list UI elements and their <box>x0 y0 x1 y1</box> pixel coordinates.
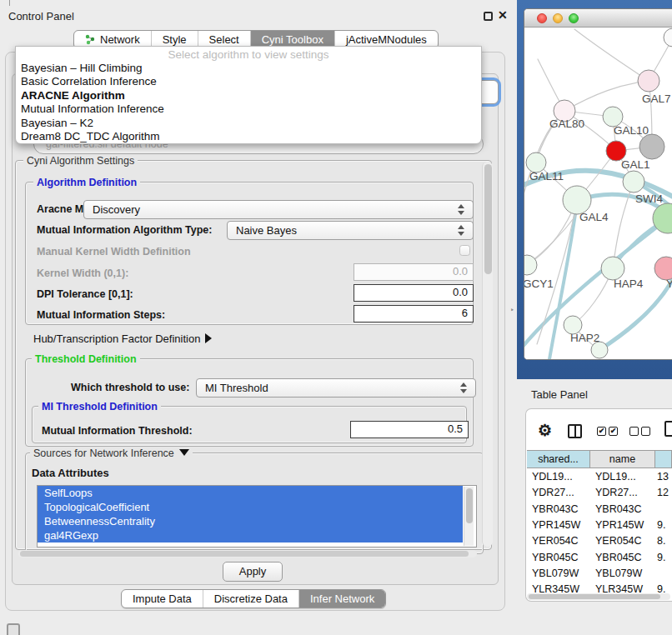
dpi-tolerance-field[interactable]: 0.0 <box>354 284 474 302</box>
kernel-width-field[interactable]: 0.0 <box>354 263 474 281</box>
table-cell[interactable]: YPR145W <box>595 518 655 533</box>
algorithm-option[interactable]: Bayesian – K2 <box>16 117 481 130</box>
algorithm-option[interactable]: Mutual Information Inference <box>16 102 481 116</box>
algorithm-option[interactable]: Dream8 DC_TDC Algorithm <box>16 130 481 143</box>
mini-dock-icon[interactable] <box>7 623 20 635</box>
hub-definition-toggle[interactable]: Hub/Transcription Factor Definition <box>33 332 212 345</box>
minimize-traffic-light-icon[interactable] <box>553 13 563 23</box>
column-header-shared-name[interactable]: shared... <box>527 450 590 468</box>
table-cell[interactable]: 9. <box>657 550 672 566</box>
expanded-arrow-icon <box>179 449 189 456</box>
export-table-icon[interactable] <box>664 421 672 437</box>
tab-impute-data[interactable]: Impute Data <box>122 590 203 608</box>
table-cell[interactable]: YDL19... <box>595 469 655 485</box>
table-cell[interactable]: YDL19... <box>532 469 594 485</box>
node-label: Y <box>666 278 672 290</box>
mi-steps-field[interactable]: 6 <box>354 305 474 322</box>
table-row[interactable]: YPR145WYPR145W9. <box>527 518 672 533</box>
network-node[interactable] <box>623 171 644 192</box>
table-cell[interactable]: YBL079W <box>532 566 594 582</box>
tab-infer-network[interactable]: Infer Network <box>298 590 385 608</box>
table-cell[interactable]: YLR345W <box>595 582 655 592</box>
table-cell[interactable]: YBR043C <box>595 502 655 518</box>
table-row[interactable]: YBR043CYBR043C <box>527 502 672 518</box>
table-panel-title: Table Panel <box>531 388 588 401</box>
table-cell[interactable]: YER054C <box>532 533 594 549</box>
tab-discretize-data[interactable]: Discretize Data <box>203 590 298 608</box>
close-icon[interactable]: ✕ <box>498 8 508 22</box>
column-header-partial[interactable] <box>655 450 672 468</box>
table-cell[interactable]: YLR345W <box>532 582 594 592</box>
node-label: GAL4 <box>579 211 609 223</box>
gear-icon[interactable]: ⚙ <box>538 421 552 440</box>
manual-kernel-label: Manual Kernel Width Definition <box>37 246 191 258</box>
data-attribute-item[interactable]: gal4RGexp <box>38 528 463 542</box>
table-cell[interactable]: YER054C <box>595 533 655 549</box>
table-cell[interactable]: YBR045C <box>532 550 594 566</box>
mi-type-combobox[interactable]: Naive Bayes <box>227 221 474 240</box>
deselect-all-columns-button[interactable] <box>629 427 650 436</box>
columns-icon[interactable] <box>568 424 582 438</box>
table-row[interactable]: YER054CYER054C8. <box>527 533 672 549</box>
table-cell[interactable]: YBR045C <box>595 550 655 566</box>
data-attribute-item[interactable]: BetweennessCentrality <box>38 514 463 528</box>
manual-kernel-checkbox[interactable] <box>459 245 470 256</box>
table-row[interactable]: YBR045CYBR045C9. <box>527 550 672 566</box>
table-row[interactable]: YDR27...YDR27...12 <box>527 485 672 501</box>
table-cell[interactable]: YBR043C <box>532 502 594 518</box>
network-node[interactable] <box>664 28 672 47</box>
network-node[interactable] <box>591 342 608 358</box>
table-horizontal-scrollbar[interactable] <box>527 593 670 600</box>
network-canvas[interactable]: GAL7GAL80GAL10GAL1GAL11SWI4GAL4GCY1HAP4Y… <box>524 28 672 360</box>
apply-button[interactable]: Apply <box>223 562 283 582</box>
which-threshold-label: Which threshold to use: <box>71 382 189 393</box>
table-row[interactable]: YLR345WYLR345W9. <box>527 582 672 592</box>
network-node[interactable] <box>639 134 664 159</box>
data-attribute-item[interactable]: SelfLoops <box>38 486 463 500</box>
settings-vertical-scrollbar[interactable] <box>482 162 493 547</box>
close-traffic-light-icon[interactable] <box>537 13 547 23</box>
network-edge[interactable] <box>564 81 649 111</box>
table-row[interactable]: YDL19...YDL19...13 <box>527 469 672 485</box>
which-threshold-combobox[interactable]: MI Threshold <box>196 378 476 398</box>
table-cell[interactable]: 9. <box>657 518 672 533</box>
algorithm-option[interactable]: Bayesian – Hill Climbing <box>16 62 481 75</box>
data-attributes-list: SelfLoopsTopologicalCoefficientBetweenne… <box>37 485 477 548</box>
network-node[interactable] <box>654 257 672 280</box>
network-node[interactable] <box>601 257 624 280</box>
table-cell[interactable]: YDR27... <box>595 485 655 501</box>
threshold-definition-title: Threshold Definition <box>32 353 140 365</box>
select-all-columns-button[interactable]: ✔ ✔ <box>597 427 618 436</box>
node-label: HAP4 <box>614 278 644 290</box>
mi-threshold-field[interactable]: 0.5 <box>350 421 469 438</box>
sources-group-title[interactable]: Sources for Network Inference <box>30 448 193 459</box>
kernel-width-label: Kernel Width (0,1): <box>37 268 128 279</box>
algorithm-definition-title: Algorithm Definition <box>33 177 140 188</box>
network-node[interactable] <box>563 186 591 214</box>
network-window-titlebar[interactable] <box>524 9 672 28</box>
float-window-icon[interactable] <box>484 12 493 21</box>
network-node[interactable] <box>638 70 659 92</box>
table-cell[interactable]: 9. <box>657 582 672 592</box>
aracne-mode-combobox[interactable]: Discovery <box>83 200 474 219</box>
list-horizontal-scrollbar[interactable] <box>18 550 477 558</box>
network-edge[interactable] <box>574 29 649 81</box>
algorithm-option[interactable]: ARACNE Algorithm <box>16 89 481 102</box>
table-row[interactable]: YBL079WYBL079W <box>527 566 672 582</box>
network-view-window[interactable]: GAL7GAL80GAL10GAL1GAL11SWI4GAL4GCY1HAP4Y… <box>524 8 672 360</box>
column-header-name[interactable]: name <box>590 450 655 468</box>
table-cell[interactable]: 12 <box>657 485 672 501</box>
list-vertical-scrollbar[interactable] <box>464 487 474 546</box>
table-cell[interactable]: YBL079W <box>595 566 655 582</box>
network-icon <box>85 34 96 45</box>
data-attribute-item[interactable]: TopologicalCoefficient <box>38 500 463 514</box>
split-pane-collapse-handle[interactable]: ‣ <box>510 307 515 314</box>
table-cell[interactable]: 8. <box>657 533 672 549</box>
algorithm-option[interactable]: Basic Correlation Inference <box>16 75 481 88</box>
table-cell[interactable]: YPR145W <box>532 518 594 533</box>
table-cell[interactable]: YDR27... <box>532 485 594 501</box>
node-label: GAL80 <box>549 118 584 130</box>
mi-threshold-group-title: MI Threshold Definition <box>38 401 161 412</box>
table-cell[interactable]: 13 <box>657 469 672 485</box>
zoom-traffic-light-icon[interactable] <box>569 13 579 23</box>
